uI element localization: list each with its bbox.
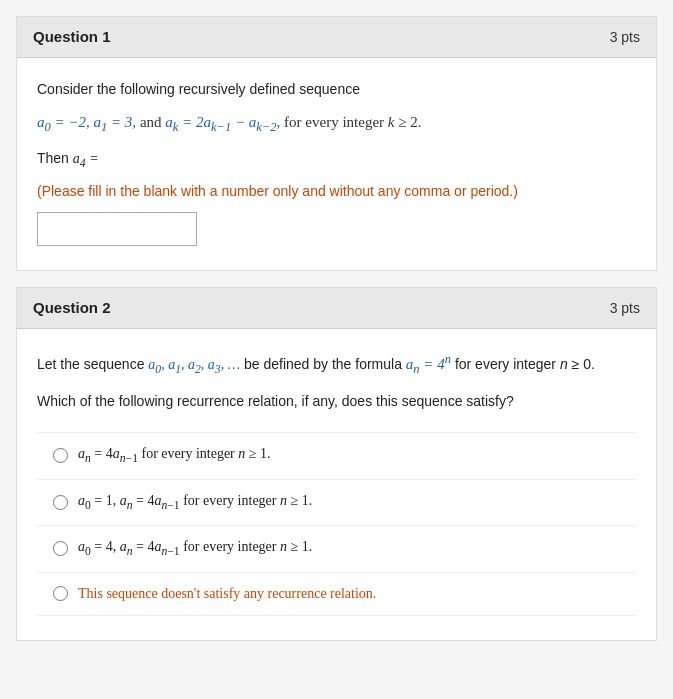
option-2-label: a0 = 1, an = 4an−1 for every integer n ≥… xyxy=(78,490,312,515)
option-3-label: a0 = 4, an = 4an−1 for every integer n ≥… xyxy=(78,536,312,561)
question-2-title: Question 2 xyxy=(33,296,111,320)
seq-def-ak: ak = 2ak−1 − ak−2, xyxy=(165,114,280,130)
option-1[interactable]: an = 4an−1 for every integer n ≥ 1. xyxy=(37,433,636,479)
q2-formula: an = 4n xyxy=(406,356,451,372)
question-1-intro: Consider the following recursively defin… xyxy=(37,78,636,100)
seq-def-a0: a0 = −2, a1 = 3, xyxy=(37,114,136,130)
answer-input-q1[interactable] xyxy=(37,212,197,246)
q2-intro-line: Let the sequence a0, a1, a2, a3, … be de… xyxy=(37,349,636,379)
question-1-title: Question 1 xyxy=(33,25,111,49)
options-list: an = 4an−1 for every integer n ≥ 1. a0 =… xyxy=(37,432,636,616)
question-1-body: Consider the following recursively defin… xyxy=(17,58,656,270)
option-3[interactable]: a0 = 4, an = 4an−1 for every integer n ≥… xyxy=(37,526,636,572)
option-4-label: This sequence doesn't satisfy any recurr… xyxy=(78,583,376,605)
hint-text: (Please fill in the blank with a number … xyxy=(37,180,636,202)
question-2-points: 3 pts xyxy=(610,297,640,319)
question-1-points: 3 pts xyxy=(610,26,640,48)
seq-def-condition: for every integer k ≥ 2. xyxy=(284,114,421,130)
sequence-definition: a0 = −2, a1 = 3, and ak = 2ak−1 − ak−2, … xyxy=(37,110,636,137)
q2-question-label: Which of the following recurrence relati… xyxy=(37,393,514,409)
question-1-card: Question 1 3 pts Consider the following … xyxy=(16,16,657,271)
option-4-radio[interactable] xyxy=(53,586,68,601)
q2-intro-part1: Let the sequence xyxy=(37,356,148,372)
question-2-body: Let the sequence a0, a1, a2, a3, … be de… xyxy=(17,329,656,640)
q2-intro-part2: be defined by the formula xyxy=(244,356,406,372)
option-2[interactable]: a0 = 1, an = 4an−1 for every integer n ≥… xyxy=(37,480,636,526)
option-1-radio[interactable] xyxy=(53,448,68,463)
option-1-label: an = 4an−1 for every integer n ≥ 1. xyxy=(78,443,270,468)
seq-def-and: and xyxy=(140,114,165,130)
question-2-header: Question 2 3 pts xyxy=(17,288,656,329)
q2-question-text: Which of the following recurrence relati… xyxy=(37,390,636,412)
option-4[interactable]: This sequence doesn't satisfy any recurr… xyxy=(37,573,636,616)
q2-sequence-symbols: a0, a1, a2, a3, … xyxy=(148,357,240,372)
then-line: Then a4 = xyxy=(37,147,636,173)
question-2-card: Question 2 3 pts Let the sequence a0, a1… xyxy=(16,287,657,641)
then-label: Then xyxy=(37,150,73,166)
option-3-radio[interactable] xyxy=(53,541,68,556)
question-1-header: Question 1 3 pts xyxy=(17,17,656,58)
a4-label: a4 = xyxy=(73,151,99,166)
option-2-radio[interactable] xyxy=(53,495,68,510)
q2-intro-part3: for every integer n ≥ 0. xyxy=(455,356,595,372)
